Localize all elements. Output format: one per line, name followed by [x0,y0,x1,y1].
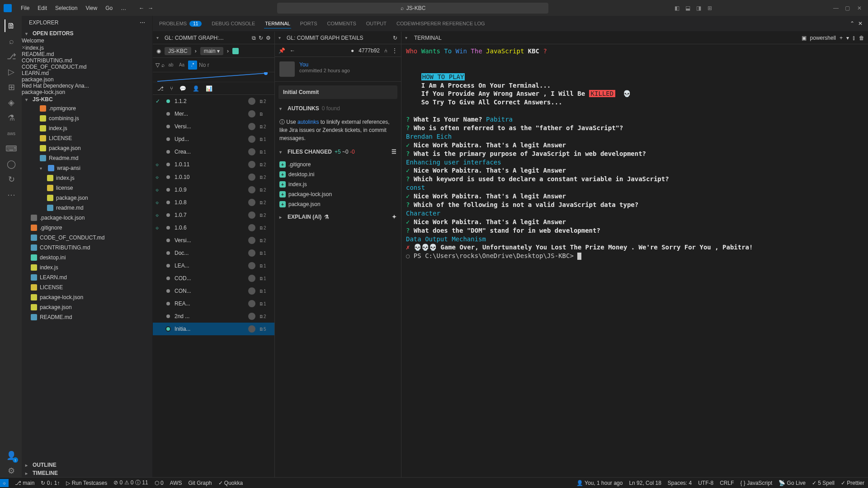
panel-tab-debug-console[interactable]: DEBUG CONSOLE [211,19,256,28]
file-tree-item[interactable]: LEARN.md [22,272,152,282]
file-tree-item[interactable]: LICENSE [22,133,152,143]
panel-tab-codewhisperer-reference-log[interactable]: CODEWHISPERER REFERENCE LOG [396,19,486,28]
search-icon[interactable]: ⌕ [5,35,17,47]
panel-tab-output[interactable]: OUTPUT [365,19,387,28]
file-tree-item[interactable]: package.json [22,143,152,153]
status-item[interactable]: 📡 Go Live [778,480,806,486]
commit-row[interactable]: 2nd ...🗎2 [153,310,274,323]
run-debug-icon[interactable]: ▷ [5,66,17,78]
file-tree-item[interactable]: desktop.ini [22,253,152,263]
panel-tab-terminal[interactable]: TERMINAL [264,19,291,28]
commit-row[interactable]: Versi...🗎2 [153,234,274,247]
file-tree-item[interactable]: CONTRIBUTING.md [22,243,152,253]
explain-ai-header[interactable]: ▸EXPLAIN (AI) ⚗ ✦ [279,214,396,220]
back-icon[interactable]: ← [290,47,295,54]
terminal-output[interactable]: Who Wants To Win The JavaScript KBC ? HO… [401,44,868,477]
status-item[interactable]: ▷ Run Testcases [66,479,107,487]
layout-icon[interactable]: ⊞ [705,4,714,13]
command-center[interactable]: ⌕ JS-KBC [277,3,548,14]
open-editor-item[interactable]: package.json [22,76,152,83]
commit-row[interactable]: Crea...🗎1 [153,145,274,158]
menu-go[interactable]: Go [102,3,116,13]
file-tree-item[interactable]: index.js [22,123,152,133]
more-icon[interactable]: ⋯ [5,188,17,201]
commit-row[interactable]: Versi...🗎2 [153,120,274,133]
author-icon[interactable]: 👤 [193,85,199,92]
open-external-icon[interactable]: ⧉ [252,35,256,41]
menu-file[interactable]: File [17,3,33,13]
branch-selector[interactable]: main ▾ [200,47,223,55]
status-item[interactable]: ✓ 5 Spell [812,480,835,486]
chat-icon[interactable]: ◯ [5,158,17,170]
status-item[interactable]: AWS [170,479,182,487]
gear-icon[interactable]: ⚙ [266,35,271,41]
panel-tab-comments[interactable]: COMMENTS [326,19,357,28]
sparkle-icon[interactable]: ✦ [392,214,396,220]
branch-icon[interactable]: ⎇ [157,85,164,92]
commit-row[interactable]: COD...🗎1 [153,272,274,285]
list-view-icon[interactable]: ☰ [392,149,396,155]
repo-selector[interactable]: JS-KBC [165,47,191,55]
dropdown-icon[interactable]: ▾ [846,35,849,41]
status-item[interactable]: ✓ Quokka [218,479,243,487]
open-editor-item[interactable]: CODE_OF_CONDUCT.md [22,64,152,70]
commit-hash[interactable]: 4777b92 [359,47,380,54]
menu-edit[interactable]: Edit [34,3,51,13]
changed-file[interactable]: +.gitignore [279,160,396,169]
match-case-icon[interactable]: Aa [177,61,186,70]
autolinks-link[interactable]: autolinks [297,119,319,125]
close-icon[interactable]: ✕ [858,20,863,27]
back-icon[interactable]: ← [139,5,144,11]
more-icon[interactable]: ⋯ [140,19,145,26]
chevron-up-icon[interactable]: ⌃ [850,20,854,27]
open-editor-item[interactable]: LEARN.md [22,70,152,76]
file-tree-item[interactable]: package-lock.json [22,292,152,302]
changed-file[interactable]: +desktop.ini [279,169,396,179]
status-item[interactable]: ⬡ 0 [155,479,164,487]
file-tree-item[interactable]: .gitignore [22,223,152,233]
refresh-icon[interactable]: ↻ [259,35,263,41]
changed-file[interactable]: +index.js [279,179,396,189]
open-editor-item[interactable]: Welcome [22,38,152,44]
maximize-icon[interactable]: ▢ [843,3,853,13]
file-tree-item[interactable]: LICENSE [22,282,152,292]
commit-row[interactable]: Initia...🗎5 [153,323,274,335]
status-item[interactable]: { } JavaScript [741,480,773,486]
remote-indicator[interactable]: ⟐ [0,479,9,487]
panel-left-icon[interactable]: ◧ [673,4,682,13]
pin-icon[interactable]: 📌 [278,47,285,54]
panel-bottom-icon[interactable]: ⬓ [684,4,693,13]
file-tree-item[interactable]: .package-lock.json [22,213,152,223]
terminal-icon[interactable]: ⌨ [5,142,17,155]
status-item[interactable]: Ln 92, Col 18 [629,480,661,486]
timeline-header[interactable]: ▸TIMELINE [22,469,152,477]
commit-row[interactable]: REA...🗎1 [153,297,274,310]
commit-row[interactable]: ⟐1.0.6🗎2 [153,221,274,234]
shell-name[interactable]: powershell [810,35,836,41]
filter-icon[interactable]: ▽ [156,62,160,68]
split-terminal-icon[interactable]: ⫿ [853,35,855,41]
forward-icon[interactable]: → [148,5,153,11]
changed-file[interactable]: +package-lock.json [279,189,396,199]
file-tree-item[interactable]: package.json [22,302,152,312]
commit-row[interactable]: Mer...🗎 [153,108,274,120]
open-editor-item[interactable]: CONTRIBUTING.md [22,57,152,64]
match-word-icon[interactable]: ab [166,61,175,70]
autolinks-header[interactable]: ▾AUTOLINKS 0 found [279,105,396,112]
commit-row[interactable]: Upd...🗎1 [153,133,274,145]
message-icon[interactable]: 💬 [179,85,186,92]
github-icon[interactable]: ◉ [156,48,161,54]
account-icon[interactable]: 👤1 [5,449,17,462]
commit-row[interactable]: ⟐1.0.11🗎2 [153,158,274,171]
file-tree-item[interactable]: license [22,183,152,193]
more-icon[interactable]: ⋮ [392,47,397,54]
open-editor-item[interactable]: package-lock.json [22,89,152,95]
panel-tab-ports[interactable]: PORTS [299,19,318,28]
merge-icon[interactable]: ⑂ [170,85,173,92]
file-tree-item[interactable]: index.js [22,263,152,272]
author-name[interactable]: You [299,61,350,68]
status-item[interactable]: ↻ 0↓ 1↑ [41,479,60,487]
regex-icon[interactable]: .* [188,61,197,70]
panel-tab-problems[interactable]: PROBLEMS11 [158,19,203,28]
status-item[interactable]: UTF-8 [698,480,713,486]
